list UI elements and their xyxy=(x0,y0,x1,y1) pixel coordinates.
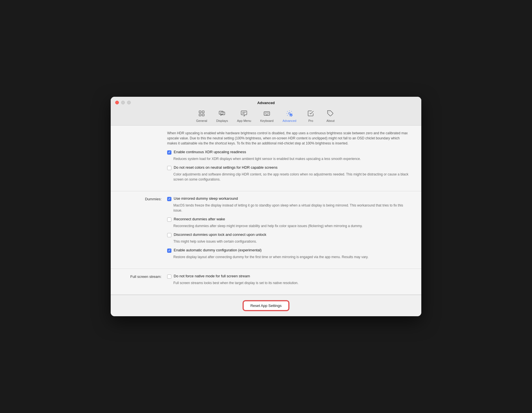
traffic-lights xyxy=(115,101,131,104)
enable-xdr-desc: Reduces system load for XDR displays whe… xyxy=(173,156,410,161)
no-reset-desc: Color adjustments and software dimming c… xyxy=(173,172,410,182)
general-icon xyxy=(198,110,205,118)
enable-auto-row: Enable automatic dummy configuration (ex… xyxy=(167,248,410,253)
titlebar: Advanced General xyxy=(111,97,421,126)
app-window: Advanced General xyxy=(111,97,421,316)
use-mirrored-desc: MacOS tends freeze the display instead o… xyxy=(173,203,410,213)
no-native-checkbox[interactable] xyxy=(167,274,171,279)
use-mirrored-label: Use mirrored dummy sleep workaround xyxy=(174,196,238,201)
svg-rect-0 xyxy=(199,111,201,113)
use-mirrored-checkbox[interactable] xyxy=(167,197,171,201)
maximize-button[interactable] xyxy=(127,101,131,104)
tab-about[interactable]: About xyxy=(320,108,340,125)
reconnect-row: Reconnect dummies after wake xyxy=(167,217,410,222)
close-button[interactable] xyxy=(115,101,119,104)
tab-advanced-label: Advanced xyxy=(283,119,296,122)
app-menu-icon xyxy=(241,110,247,118)
no-reset-label: Do not reset colors on neutral settings … xyxy=(174,165,278,170)
enable-auto-desc: Restore display layout after connecting … xyxy=(173,254,410,260)
reset-app-settings-button[interactable]: Reset App Settings xyxy=(243,301,289,311)
about-icon xyxy=(327,110,334,118)
tab-pro-label: Pro xyxy=(308,119,313,122)
svg-rect-4 xyxy=(219,111,223,114)
reconnect-label: Reconnect dummies after wake xyxy=(174,217,225,221)
enable-auto-checkbox[interactable] xyxy=(167,249,171,253)
tab-about-label: About xyxy=(326,119,335,122)
use-mirrored-row: Use mirrored dummy sleep workaround xyxy=(167,196,410,201)
tab-app-menu-label: App Menu xyxy=(237,119,251,122)
svg-point-22 xyxy=(290,114,292,116)
tab-general[interactable]: General xyxy=(192,108,212,125)
tab-displays-label: Displays xyxy=(216,119,228,122)
xdr-section: When HDR upscaling is enabled while hard… xyxy=(111,126,421,191)
footer: Reset App Settings xyxy=(111,295,421,316)
tab-keyboard[interactable]: Keyboard xyxy=(256,108,278,125)
svg-point-21 xyxy=(289,113,290,114)
disconnect-row: Disconnect dummies upon lock and connect… xyxy=(167,232,410,237)
keyboard-icon xyxy=(263,110,270,118)
window-title: Advanced xyxy=(257,101,275,105)
tab-displays[interactable]: Displays xyxy=(212,108,233,125)
fullscreen-section-label: Full screen stream: xyxy=(122,274,167,289)
no-native-label: Do not force native mode for full screen… xyxy=(174,274,250,278)
advanced-icon xyxy=(286,110,293,118)
tab-app-menu[interactable]: App Menu xyxy=(232,108,256,125)
disconnect-label: Disconnect dummies upon lock and connect… xyxy=(174,232,266,237)
xdr-section-label xyxy=(122,131,167,186)
fullscreen-section: Full screen stream: Do not force native … xyxy=(111,269,421,295)
reconnect-desc: Reconnecting dummies after sleep might i… xyxy=(173,223,410,229)
no-reset-row: Do not reset colors on neutral settings … xyxy=(167,165,410,170)
disconnect-checkbox[interactable] xyxy=(167,233,171,237)
reconnect-checkbox[interactable] xyxy=(167,218,171,222)
xdr-intro-text: When HDR upscaling is enabled while hard… xyxy=(167,131,410,146)
no-native-row: Do not force native mode for full screen… xyxy=(167,274,410,279)
xdr-section-content: When HDR upscaling is enabled while hard… xyxy=(167,131,410,186)
tab-general-label: General xyxy=(196,119,207,122)
dummies-section: Dummies: Use mirrored dummy sleep workar… xyxy=(111,191,421,269)
tab-keyboard-label: Keyboard xyxy=(260,119,273,122)
enable-auto-label: Enable automatic dummy configuration (ex… xyxy=(174,248,261,252)
toolbar: General Displays xyxy=(192,108,341,125)
displays-icon xyxy=(219,110,225,118)
svg-rect-1 xyxy=(202,111,204,113)
disconnect-desc: This might help solve issues with certai… xyxy=(173,239,410,244)
tab-pro[interactable]: Pro xyxy=(301,108,320,125)
content-area: When HDR upscaling is enabled while hard… xyxy=(111,126,421,295)
svg-rect-7 xyxy=(241,111,247,115)
enable-xdr-label: Enable continuous XDR upscaling readines… xyxy=(174,150,246,154)
minimize-button[interactable] xyxy=(121,101,125,104)
enable-xdr-row: Enable continuous XDR upscaling readines… xyxy=(167,150,410,155)
no-native-desc: Full screen streams looks best when the … xyxy=(173,280,410,285)
no-reset-checkbox[interactable] xyxy=(167,166,171,170)
tab-advanced[interactable]: Advanced xyxy=(278,108,301,125)
dummies-section-content: Use mirrored dummy sleep workaround MacO… xyxy=(167,196,410,263)
fullscreen-section-content: Do not force native mode for full screen… xyxy=(167,274,410,289)
svg-rect-2 xyxy=(199,114,201,116)
svg-rect-3 xyxy=(202,114,204,116)
pro-icon xyxy=(307,110,314,118)
enable-xdr-checkbox[interactable] xyxy=(167,150,171,155)
dummies-section-label: Dummies: xyxy=(122,196,167,263)
